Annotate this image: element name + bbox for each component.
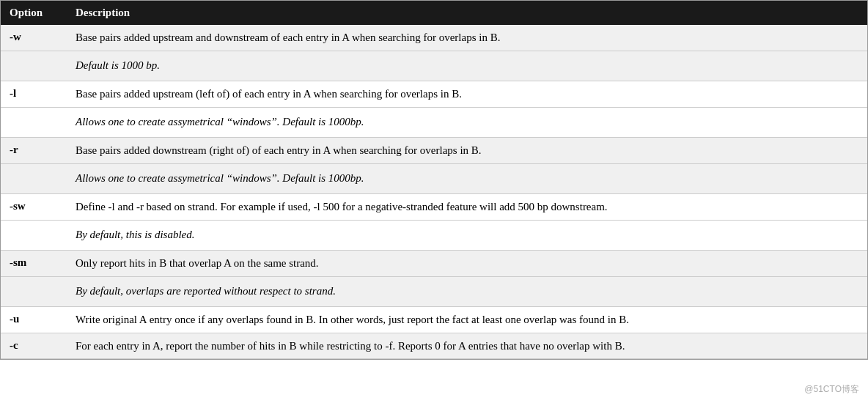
note-empty-cell [1,51,67,81]
table-row: -lBase pairs added upstream (left of) of… [1,81,867,108]
note-l: Allows one to create assymetrical “windo… [67,107,867,138]
desc-sm: Only report hits in B that overlap A on … [67,251,867,277]
note-w: Default is 1000 bp. [67,51,867,81]
note-empty-cell [1,276,67,307]
desc-l: Base pairs added upstream (left of) of e… [67,81,867,108]
table-note-row: Allows one to create assymetrical “windo… [1,107,867,138]
italic-note-text: By default, overlaps are reported withou… [76,281,858,303]
option-sw: -sw [1,194,67,221]
italic-note-text: Allows one to create assymetrical “windo… [76,112,858,133]
table-row: -wBase pairs added upstream and downstre… [1,25,867,51]
table-row: -smOnly report hits in B that overlap A … [1,251,867,277]
desc-u: Write original A entry once if any overl… [67,307,867,333]
option-w: -w [1,25,67,51]
desc-c: For each entry in A, report the number o… [67,333,867,359]
italic-note-text: By default, this is disabled. [76,225,858,246]
header-description: Description [67,1,867,25]
table-note-row: By default, overlaps are reported withou… [1,276,867,307]
table-note-row: By default, this is disabled. [1,220,867,251]
options-table: Option Description -wBase pairs added up… [0,0,868,360]
option-u: -u [1,307,67,333]
table-row: -cFor each entry in A, report the number… [1,333,867,359]
note-sm: By default, overlaps are reported withou… [67,276,867,307]
option-l: -l [1,81,67,108]
desc-sw: Define -l and -r based on strand. For ex… [67,194,867,221]
table-row: -uWrite original A entry once if any ove… [1,307,867,333]
note-empty-cell [1,107,67,138]
table-note-row: Allows one to create assymetrical “windo… [1,163,867,194]
desc-r: Base pairs added downstream (right of) o… [67,138,867,164]
watermark: @51CTO博客 [804,383,859,396]
note-empty-cell [1,220,67,251]
italic-note-text: Allows one to create assymetrical “windo… [76,169,858,190]
table-row: -swDefine -l and -r based on strand. For… [1,194,867,221]
table-note-row: Default is 1000 bp. [1,51,867,81]
note-sw: By default, this is disabled. [67,220,867,251]
note-r: Allows one to create assymetrical “windo… [67,163,867,194]
table-header-row: Option Description [1,1,867,25]
header-option: Option [1,1,67,25]
table-row: -rBase pairs added downstream (right of)… [1,138,867,164]
desc-w: Base pairs added upstream and downstream… [67,25,867,51]
note-empty-cell [1,163,67,194]
option-r: -r [1,138,67,164]
option-sm: -sm [1,251,67,277]
option-c: -c [1,333,67,359]
italic-note-text: Default is 1000 bp. [76,56,858,77]
